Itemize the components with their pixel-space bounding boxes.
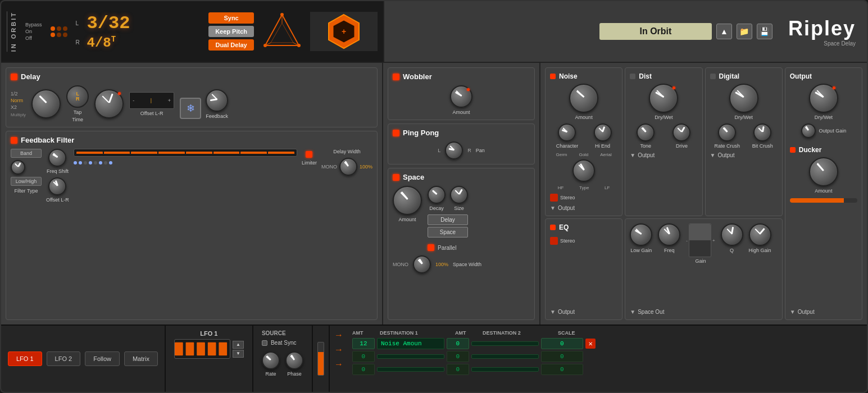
high-gain-knob[interactable] bbox=[749, 223, 771, 246]
hi-end-knob[interactable] bbox=[594, 124, 612, 141]
wobbler-knob[interactable] bbox=[450, 85, 472, 108]
dist-drywet-knob[interactable] bbox=[649, 84, 678, 113]
space-box[interactable]: Space bbox=[428, 227, 468, 237]
output-output[interactable]: ▼ Output bbox=[790, 309, 857, 315]
dist-led[interactable] bbox=[630, 74, 635, 79]
phase-knob[interactable] bbox=[285, 351, 303, 369]
eq-stereo[interactable] bbox=[550, 237, 558, 245]
low-gain-knob[interactable] bbox=[630, 223, 652, 246]
mult-norm[interactable]: Norm bbox=[11, 98, 26, 103]
eq-space-out[interactable]: ▼ Space Out bbox=[630, 309, 778, 315]
freq-knob[interactable] bbox=[658, 223, 680, 246]
eq-dot[interactable] bbox=[109, 161, 112, 164]
preset-name[interactable]: In Orbit bbox=[599, 23, 712, 40]
bypass-option[interactable]: Bypass bbox=[25, 22, 42, 28]
time-knob-r[interactable] bbox=[94, 89, 124, 118]
lr-knob[interactable]: LR bbox=[66, 85, 89, 108]
mod-amt1-3[interactable]: 0 bbox=[352, 364, 375, 375]
time-knob-l[interactable] bbox=[31, 89, 61, 118]
beat-sync-led[interactable] bbox=[262, 340, 267, 346]
mod-scale-3[interactable]: 0 bbox=[541, 364, 583, 375]
eq-dot[interactable] bbox=[89, 161, 92, 164]
ducker-amount-knob[interactable] bbox=[809, 157, 838, 186]
tab-lfo1[interactable]: LFO 1 bbox=[8, 351, 42, 366]
route-arrow-1[interactable]: → bbox=[334, 330, 343, 340]
ducker-led[interactable] bbox=[790, 147, 796, 153]
eq-dot[interactable] bbox=[104, 161, 107, 164]
decay-knob[interactable] bbox=[428, 186, 446, 204]
noise-led[interactable] bbox=[550, 74, 556, 79]
mult-x2[interactable]: X2 bbox=[11, 104, 26, 110]
mod-amt1-1[interactable]: 12 bbox=[352, 338, 375, 349]
ff-led[interactable] bbox=[11, 137, 17, 144]
wobbler-led[interactable] bbox=[393, 74, 399, 80]
output-gain-knob[interactable] bbox=[801, 124, 816, 138]
offset-lr-knob[interactable] bbox=[48, 177, 66, 195]
stereo-indicator[interactable] bbox=[550, 194, 558, 202]
space-amount-knob[interactable] bbox=[393, 186, 422, 215]
pan-knob[interactable] bbox=[445, 141, 463, 159]
delay-led[interactable] bbox=[11, 74, 17, 80]
drive-knob[interactable] bbox=[672, 124, 690, 141]
feedback-knob[interactable] bbox=[206, 89, 228, 112]
filter-knob-1[interactable] bbox=[11, 160, 25, 175]
bit-crush-knob[interactable] bbox=[753, 124, 771, 141]
dual-delay-button[interactable]: Dual Delay bbox=[208, 39, 254, 51]
mod-dest2-1[interactable] bbox=[471, 341, 539, 346]
noise-amount-knob[interactable] bbox=[569, 84, 598, 113]
parallel-led[interactable] bbox=[428, 244, 434, 251]
tab-lfo2[interactable]: LFO 2 bbox=[47, 351, 81, 366]
digital-drywet-knob[interactable] bbox=[729, 84, 758, 113]
mod-dest1-1[interactable]: Noise Amoun bbox=[377, 338, 444, 349]
preset-folder-button[interactable]: 📁 bbox=[737, 24, 752, 39]
mod-dest1-2[interactable] bbox=[377, 354, 444, 359]
mod-amt2-2[interactable]: 0 bbox=[447, 351, 469, 362]
rate-knob[interactable] bbox=[262, 351, 280, 369]
freq-shift-knob[interactable] bbox=[48, 149, 66, 167]
mod-scale-2[interactable]: 0 bbox=[541, 351, 583, 362]
freeze-button[interactable]: ❄ bbox=[180, 98, 201, 119]
preset-save-button[interactable]: 💾 bbox=[757, 24, 772, 39]
mod-amt2-1[interactable]: 0 bbox=[447, 338, 469, 349]
mod-dest2-3[interactable] bbox=[471, 367, 539, 372]
on-option[interactable]: On bbox=[25, 29, 42, 34]
off-option[interactable]: Off bbox=[25, 35, 42, 41]
lowhigh-filter-btn[interactable]: Low/High bbox=[11, 177, 42, 186]
mod-dest1-3[interactable] bbox=[377, 367, 444, 372]
eq-output[interactable]: ▼ Output bbox=[550, 309, 617, 315]
mod-scale-1[interactable]: 0 bbox=[541, 338, 583, 349]
eq-dot[interactable] bbox=[94, 161, 97, 164]
tab-matrix[interactable]: Matrix bbox=[124, 351, 158, 366]
keep-pitch-button[interactable]: Keep Pitch bbox=[208, 26, 254, 37]
digital-output[interactable]: ▼ Output bbox=[710, 152, 778, 158]
band-filter-btn[interactable]: Band bbox=[11, 149, 42, 158]
mod-amt2-3[interactable]: 0 bbox=[447, 364, 469, 375]
space-led[interactable] bbox=[393, 174, 399, 181]
eq-dot[interactable] bbox=[99, 161, 102, 164]
tab-follow[interactable]: Follow bbox=[85, 351, 120, 366]
sync-button[interactable]: Sync bbox=[208, 12, 254, 24]
space-width-knob[interactable] bbox=[413, 255, 431, 273]
route-arrow-3[interactable]: → bbox=[334, 359, 343, 369]
mult-half[interactable]: 1/2 bbox=[11, 91, 26, 97]
noise-output[interactable]: ▼ Output bbox=[550, 205, 617, 211]
rate-crush-knob[interactable] bbox=[718, 124, 736, 141]
time-value-l[interactable]: 3/32 bbox=[87, 13, 130, 34]
character-knob[interactable] bbox=[558, 124, 576, 141]
eq-dot[interactable] bbox=[79, 161, 82, 164]
delay-width-knob[interactable] bbox=[339, 158, 357, 176]
q-knob[interactable] bbox=[721, 223, 743, 246]
mod-amt1-2[interactable]: 0 bbox=[352, 351, 375, 362]
limiter-led[interactable] bbox=[306, 151, 312, 158]
pp-led[interactable] bbox=[393, 130, 399, 136]
output-drywet-knob[interactable] bbox=[809, 84, 838, 113]
preset-up-button[interactable]: ▲ bbox=[716, 24, 732, 39]
eq-dot[interactable] bbox=[84, 161, 87, 164]
delay-box[interactable]: Delay bbox=[428, 214, 468, 225]
lfo-arrow-down[interactable]: ▼ bbox=[233, 350, 244, 358]
route-arrow-2[interactable]: → bbox=[334, 345, 343, 355]
mod-dest2-2[interactable] bbox=[471, 354, 539, 359]
eq-dot[interactable] bbox=[74, 161, 77, 164]
size-knob[interactable] bbox=[450, 186, 468, 204]
ducker-slider[interactable] bbox=[790, 198, 857, 203]
